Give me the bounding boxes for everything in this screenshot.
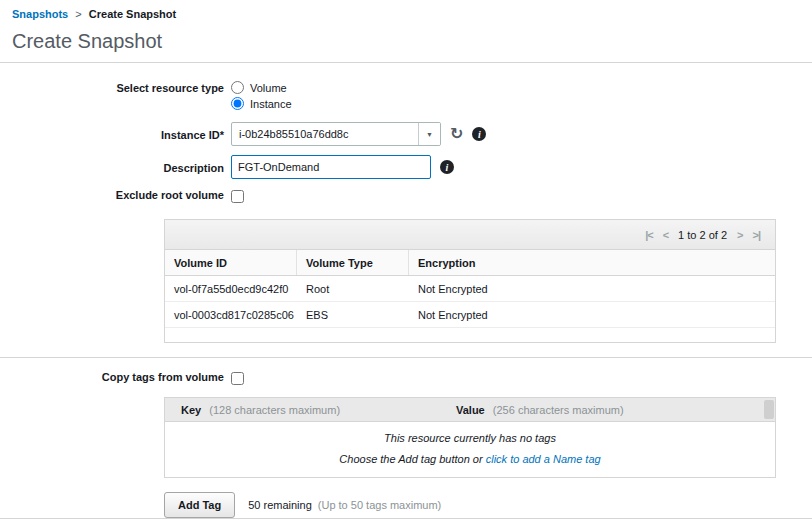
no-tags-message: This resource currently has no tags [165, 432, 775, 444]
encryption-cell: Not Encrypted [409, 309, 775, 321]
footer: * Required Cancel Create Snapshot [0, 518, 812, 528]
add-tag-hint-text: Choose the Add tag button or [339, 453, 485, 465]
prev-page-icon[interactable]: < [663, 229, 668, 241]
instance-id-select[interactable]: i-0b24b85510a76dd8c ▼ [231, 122, 441, 146]
volumes-table-header: Volume ID Volume Type Encryption [165, 250, 775, 276]
key-column-header: Key (128 characters maximum) [165, 404, 456, 416]
page-title: Create Snapshot [12, 30, 800, 53]
info-icon[interactable]: i [440, 160, 454, 174]
instance-radio[interactable] [231, 97, 244, 110]
next-page-icon[interactable]: > [737, 229, 742, 241]
create-snapshot-form: Select resource type Volume Instance Ins… [12, 63, 800, 518]
pagination: |< < 1 to 2 of 2 > >| [640, 229, 765, 241]
instance-id-value: i-0b24b85510a76dd8c [239, 128, 349, 140]
description-row: Description i [12, 155, 800, 179]
refresh-icon[interactable]: ↻ [450, 126, 463, 142]
tags-table-scrollbar[interactable] [764, 400, 774, 419]
table-row[interactable]: vol-0003cd817c0285c06 EBS Not Encrypted [165, 302, 775, 328]
breadcrumb: Snapshots > Create Snapshot [12, 8, 800, 20]
first-page-icon[interactable]: |< [645, 229, 653, 241]
column-header-volume-type[interactable]: Volume Type [297, 250, 409, 275]
instance-radio-label: Instance [250, 98, 292, 110]
column-header-volume-id[interactable]: Volume ID [165, 250, 297, 275]
value-column-header: Value (256 characters maximum) [456, 404, 775, 416]
volume-radio[interactable] [231, 81, 244, 94]
add-name-tag-link[interactable]: click to add a Name tag [486, 453, 601, 465]
tags-remaining-count: 50 remaining [248, 499, 312, 511]
add-tag-hint: Choose the Add tag button or click to ad… [165, 453, 775, 465]
exclude-root-volume-checkbox[interactable] [231, 190, 244, 203]
table-row[interactable]: vol-0f7a55d0ecd9c42f0 Root Not Encrypted [165, 276, 775, 302]
tags-table: Key (128 characters maximum) Value (256 … [164, 397, 776, 478]
info-icon[interactable]: i [472, 127, 486, 141]
pagination-text: 1 to 2 of 2 [678, 229, 727, 241]
resource-type-radio-group: Volume Instance [231, 81, 292, 113]
key-header-label: Key [181, 404, 201, 416]
volumes-table-toolbar: |< < 1 to 2 of 2 > >| [165, 220, 775, 250]
resource-type-label: Select resource type [12, 81, 224, 94]
volumes-table-filler [165, 328, 775, 342]
tags-max-hint: (Up to 50 tags maximum) [318, 499, 441, 511]
volume-radio-label: Volume [250, 82, 287, 94]
chevron-down-icon: ▼ [418, 123, 440, 145]
volumes-table: |< < 1 to 2 of 2 > >| Volume ID Volume T… [164, 219, 776, 343]
tags-table-body: This resource currently has no tags Choo… [165, 422, 775, 477]
volume-type-cell: Root [297, 283, 409, 295]
create-snapshot-page: Snapshots > Create Snapshot Create Snaps… [0, 0, 812, 528]
section-divider [0, 357, 812, 358]
add-tag-button[interactable]: Add Tag [164, 492, 235, 518]
value-header-label: Value [456, 404, 485, 416]
breadcrumb-snapshots-link[interactable]: Snapshots [12, 8, 68, 20]
resource-type-volume-option[interactable]: Volume [231, 81, 292, 94]
add-tag-row: Add Tag 50 remaining (Up to 50 tags maxi… [164, 492, 800, 518]
exclude-root-volume-label: Exclude root volume [12, 188, 224, 201]
breadcrumb-separator: > [75, 8, 81, 20]
column-header-encryption[interactable]: Encryption [409, 250, 775, 275]
exclude-root-volume-row: Exclude root volume [12, 188, 800, 203]
copy-tags-row: Copy tags from volume [12, 370, 800, 385]
volume-id-cell: vol-0003cd817c0285c06 [165, 309, 297, 321]
description-input[interactable] [231, 155, 431, 179]
encryption-cell: Not Encrypted [409, 283, 775, 295]
value-header-hint: (256 characters maximum) [493, 404, 624, 416]
volume-type-cell: EBS [297, 309, 409, 321]
instance-id-label: Instance ID* [12, 128, 224, 141]
copy-tags-label: Copy tags from volume [12, 370, 224, 383]
copy-tags-checkbox[interactable] [231, 372, 244, 385]
tags-table-header: Key (128 characters maximum) Value (256 … [165, 398, 775, 422]
volume-id-cell: vol-0f7a55d0ecd9c42f0 [165, 283, 297, 295]
description-label: Description [12, 161, 224, 174]
key-header-hint: (128 characters maximum) [209, 404, 340, 416]
breadcrumb-current: Create Snapshot [89, 8, 176, 20]
last-page-icon[interactable]: >| [752, 229, 760, 241]
resource-type-instance-option[interactable]: Instance [231, 97, 292, 110]
instance-id-row: Instance ID* i-0b24b85510a76dd8c ▼ ↻ i [12, 122, 800, 146]
resource-type-row: Select resource type Volume Instance [12, 81, 800, 113]
